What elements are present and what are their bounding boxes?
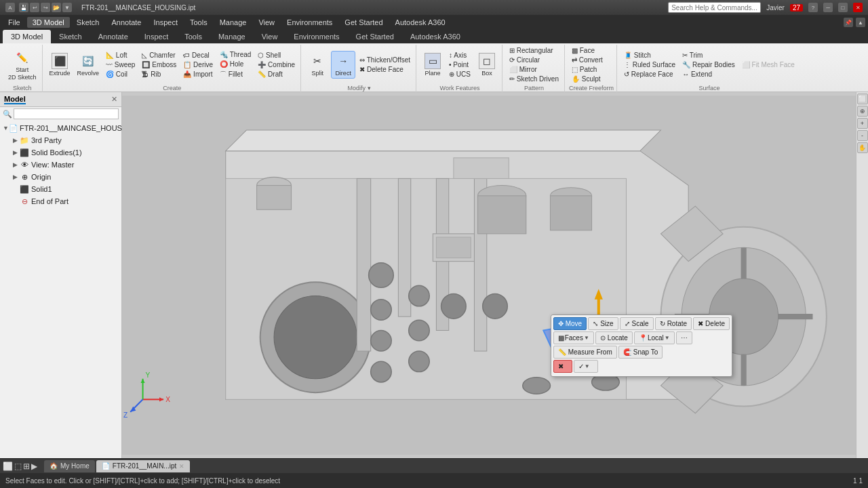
ctx-more-btn[interactable]: ⋯: [676, 331, 692, 344]
tree-item-root[interactable]: ▼ 📄 FTR-201__MAINCASE_HOUSING.ipt: [3, 122, 119, 134]
open-icon[interactable]: 📂: [52, 3, 61, 12]
loft-btn[interactable]: 📐 Loft: [103, 51, 138, 60]
save-icon[interactable]: 💾: [19, 3, 28, 12]
emboss-btn[interactable]: 🔲 Emboss: [139, 60, 179, 69]
sidebar-search-input[interactable]: [14, 108, 119, 119]
menu-view[interactable]: View: [253, 17, 280, 28]
patch-btn[interactable]: ⬚ Patch: [569, 65, 606, 74]
undo-icon[interactable]: ↩: [30, 3, 39, 12]
box-btn[interactable]: ◻ Box: [475, 52, 499, 78]
split-btn[interactable]: ✂ Split: [305, 52, 330, 78]
start-sketch-btn[interactable]: ✏️ Start 2D Sketch: [5, 48, 39, 82]
menu-manage[interactable]: Manage: [214, 17, 252, 28]
face-btn[interactable]: ▩ Face: [569, 46, 606, 55]
zoom-out-btn[interactable]: -: [857, 130, 868, 141]
tree-item-solid1[interactable]: ⬛ Solid1: [3, 183, 119, 195]
circular-btn[interactable]: ⟳ Circular: [507, 56, 561, 64]
sketch-driven-btn[interactable]: ✏ Sketch Driven: [507, 75, 561, 83]
tree-item-3rd-party[interactable]: ▶ 📁 3rd Party: [3, 134, 119, 146]
ctx-confirm-btn[interactable]: ✓ ▼: [574, 360, 598, 373]
tab-sketch[interactable]: Sketch: [51, 30, 90, 43]
trim-btn[interactable]: ✂ Trim: [679, 51, 738, 60]
fit-mesh-face-btn[interactable]: ⬜ Fit Mesh Face: [739, 60, 797, 69]
tab-main-file[interactable]: 📄 FTR-201__MAIN...ipt ✕: [96, 460, 190, 472]
axis-btn[interactable]: ↕ Axis: [446, 51, 473, 60]
delete-face-btn[interactable]: ✖ Delete Face: [357, 65, 413, 74]
shell-btn[interactable]: ⬡ Shell: [255, 51, 298, 60]
search-input[interactable]: [668, 2, 761, 13]
ctx-rotate-btn[interactable]: ↻ Rotate: [655, 317, 692, 330]
ctx-delete-btn[interactable]: ✖ Delete: [693, 317, 730, 330]
ctx-snap-to-btn[interactable]: 🧲 Snap To: [618, 346, 663, 359]
redo-icon[interactable]: ↪: [41, 3, 50, 12]
fillet-btn[interactable]: ⌒ Fillet: [217, 69, 254, 80]
options-icon[interactable]: ▼: [62, 3, 72, 12]
ctx-move-btn[interactable]: ✥ Move: [553, 317, 587, 330]
plane-btn[interactable]: ▭ Plane: [420, 52, 445, 78]
pin-icon[interactable]: 📌: [844, 18, 853, 27]
menu-autodesk-a360[interactable]: Autodesk A360: [390, 17, 451, 28]
tree-item-view-master[interactable]: ▶ 👁 View: Master: [3, 159, 119, 171]
repair-bodies-btn[interactable]: 🔧 Repair Bodies: [679, 60, 738, 69]
rib-btn[interactable]: 🗜 Rib: [139, 70, 179, 79]
chamfer-btn[interactable]: ◺ Chamfer: [139, 51, 179, 60]
point-btn[interactable]: • Point: [446, 60, 473, 69]
tab-environments[interactable]: Environments: [285, 30, 347, 43]
help-icon[interactable]: ?: [808, 3, 818, 12]
thicken-btn[interactable]: ⇔ Thicken/Offset: [357, 56, 413, 64]
draft-btn[interactable]: 📏 Draft: [255, 70, 298, 79]
extrude-btn[interactable]: ⬛ Extrude: [47, 52, 73, 78]
tree-item-origin[interactable]: ▶ ⊕ Origin: [3, 171, 119, 183]
thread-btn[interactable]: 🔩 Thread: [217, 50, 254, 59]
stitch-btn[interactable]: 🧵 Stitch: [621, 51, 678, 60]
ctx-scale-btn[interactable]: ⤢ Scale: [620, 317, 654, 330]
zoom-fit-btn[interactable]: ⊕: [857, 106, 868, 117]
tab-manage[interactable]: Manage: [210, 30, 254, 43]
menu-annotate[interactable]: Annotate: [106, 17, 146, 28]
menu-environments[interactable]: Environments: [281, 17, 338, 28]
menu-tools[interactable]: Tools: [184, 17, 213, 28]
menu-sketch[interactable]: Sketch: [71, 17, 105, 28]
menu-3dmodel[interactable]: 3D Model: [27, 17, 70, 28]
convert-btn[interactable]: ⇄ Convert: [569, 56, 606, 64]
decal-btn[interactable]: 🏷 Decal: [180, 51, 216, 60]
coil-btn[interactable]: 🌀 Coil: [103, 70, 138, 79]
tab-inspect[interactable]: Inspect: [136, 30, 176, 43]
derive-btn[interactable]: 📋 Derive: [180, 60, 216, 69]
sidebar-close-btn[interactable]: ✕: [111, 95, 117, 104]
close-btn[interactable]: ✕: [853, 3, 863, 12]
tab-my-home[interactable]: 🏠 My Home: [44, 460, 95, 472]
revolve-btn[interactable]: 🔄 Revolve: [75, 52, 102, 78]
tree-item-solid-bodies[interactable]: ▶ ⬛ Solid Bodies(1): [3, 146, 119, 159]
tree-item-end-of-part[interactable]: ⊖ End of Part: [3, 195, 119, 207]
tab-autodesk-a360[interactable]: Autodesk A360: [402, 30, 469, 43]
tab-get-started[interactable]: Get Started: [348, 30, 402, 43]
pan-btn[interactable]: ✋: [857, 142, 868, 153]
maximize-btn[interactable]: □: [838, 3, 848, 12]
ctx-local-btn[interactable]: 📍 Local ▼: [634, 331, 675, 344]
direct-btn[interactable]: → Direct: [331, 51, 355, 79]
sidebar-tab-model[interactable]: Model: [4, 95, 26, 104]
ctx-locate-btn[interactable]: ⊙ Locate: [595, 331, 633, 344]
rectangular-btn[interactable]: ⊞ Rectangular: [507, 46, 561, 55]
extend-btn[interactable]: ↔ Extend: [679, 70, 738, 79]
minimize-btn[interactable]: ─: [823, 3, 833, 12]
mirror-btn[interactable]: ⬜ Mirror: [507, 65, 561, 74]
import-btn[interactable]: 📥 Import: [180, 70, 216, 79]
viewport[interactable]: X Y Z ✥ Move ⤡ Size ⤢: [122, 92, 868, 458]
hole-btn[interactable]: ⭕ Hole: [217, 60, 254, 68]
ctx-measure-from-btn[interactable]: 📏 Measure From: [553, 346, 617, 359]
tab-view[interactable]: View: [254, 30, 286, 43]
ctx-cancel-btn[interactable]: ✖: [553, 360, 572, 373]
tab-tools[interactable]: Tools: [176, 30, 210, 43]
tab-close-btn[interactable]: ✕: [179, 463, 184, 470]
menu-file[interactable]: File: [3, 17, 26, 28]
sculpt-btn[interactable]: ✋ Sculpt: [569, 75, 606, 83]
ruled-surface-btn[interactable]: ⋮ Ruled Surface: [621, 60, 678, 69]
ucs-btn[interactable]: ⊕ UCS: [446, 70, 473, 79]
ctx-size-btn[interactable]: ⤡ Size: [588, 317, 618, 330]
ctx-faces-btn[interactable]: ▩ Faces ▼: [553, 331, 594, 344]
replace-face-btn[interactable]: ↺ Replace Face: [621, 70, 678, 79]
combine-btn[interactable]: ➕ Combine: [255, 60, 298, 69]
zoom-in-btn[interactable]: +: [857, 118, 868, 129]
